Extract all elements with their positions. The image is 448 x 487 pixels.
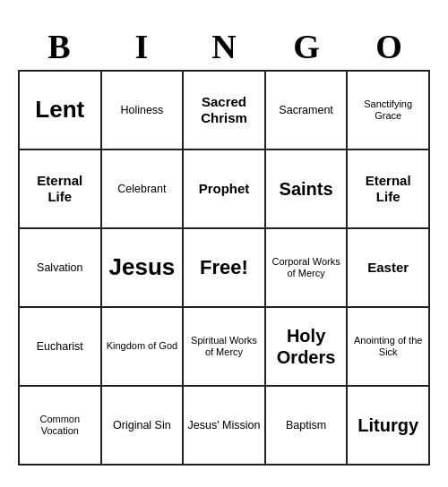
- cell-text-6: Celebrant: [117, 183, 166, 196]
- cell-text-3: Sacrament: [279, 104, 332, 117]
- bingo-cell-13: Corporal Works of Mercy: [266, 229, 349, 308]
- bingo-cell-21: Original Sin: [102, 387, 185, 466]
- bingo-cell-2: Sacred Chrism: [184, 72, 266, 150]
- bingo-cell-8: Saints: [266, 150, 349, 229]
- cell-text-18: Holy Orders: [270, 325, 343, 368]
- bingo-cell-24: Liturgy: [348, 387, 430, 466]
- cell-text-24: Liturgy: [358, 414, 418, 436]
- bingo-cell-6: Celebrant: [102, 150, 185, 229]
- cell-text-13: Corporal Works of Mercy: [270, 256, 343, 279]
- cell-text-5: Eternal Life: [23, 173, 97, 205]
- bingo-cell-20: Common Vocation: [20, 387, 102, 466]
- bingo-cell-0: Lent: [20, 72, 102, 150]
- bingo-cell-7: Prophet: [184, 150, 266, 229]
- cell-text-8: Saints: [280, 178, 333, 200]
- cell-text-0: Lent: [35, 96, 84, 124]
- bingo-cell-9: Eternal Life: [348, 150, 430, 229]
- bingo-cell-4: Sanctifying Grace: [348, 72, 430, 150]
- header-letter-i: I: [102, 27, 181, 66]
- cell-text-10: Salvation: [37, 261, 82, 275]
- cell-text-4: Sanctifying Grace: [351, 98, 425, 122]
- bingo-header: BINGO: [18, 21, 430, 70]
- bingo-cell-14: Easter: [348, 229, 430, 308]
- bingo-cell-5: Eternal Life: [20, 150, 102, 229]
- header-letter-g: G: [267, 27, 346, 66]
- bingo-cell-1: Holiness: [102, 72, 185, 150]
- cell-text-2: Sacred Chrism: [187, 94, 261, 126]
- cell-text-21: Original Sin: [113, 419, 171, 432]
- header-letter-n: N: [185, 27, 263, 66]
- bingo-cell-11: Jesus: [102, 229, 185, 308]
- cell-text-7: Prophet: [199, 181, 250, 197]
- bingo-cell-19: Anointing of the Sick: [348, 308, 430, 387]
- bingo-cell-22: Jesus' Mission: [184, 387, 266, 466]
- cell-text-20: Common Vocation: [23, 414, 97, 437]
- cell-text-17: Spiritual Works of Mercy: [187, 335, 261, 358]
- bingo-cell-18: Holy Orders: [266, 308, 349, 387]
- bingo-cell-15: Eucharist: [20, 308, 102, 387]
- bingo-grid: LentHolinessSacred ChrismSacramentSancti…: [18, 70, 430, 466]
- cell-text-19: Anointing of the Sick: [351, 335, 425, 358]
- cell-text-12: Free!: [200, 256, 248, 279]
- header-letter-o: O: [349, 27, 428, 66]
- bingo-card: BINGO LentHolinessSacred ChrismSacrament…: [18, 21, 430, 466]
- bingo-cell-16: Kingdom of God: [102, 308, 185, 387]
- header-letter-b: B: [20, 27, 99, 66]
- bingo-cell-3: Sacrament: [266, 72, 349, 150]
- cell-text-16: Kingdom of God: [107, 340, 178, 352]
- cell-text-15: Eucharist: [37, 340, 83, 354]
- bingo-cell-17: Spiritual Works of Mercy: [184, 308, 266, 387]
- bingo-cell-23: Baptism: [266, 387, 349, 466]
- bingo-cell-10: Salvation: [20, 229, 102, 308]
- cell-text-11: Jesus: [109, 253, 176, 281]
- cell-text-23: Baptism: [286, 419, 326, 432]
- cell-text-14: Easter: [367, 260, 409, 276]
- bingo-cell-12: Free!: [184, 229, 266, 308]
- cell-text-22: Jesus' Mission: [188, 419, 261, 432]
- cell-text-1: Holiness: [120, 104, 163, 117]
- cell-text-9: Eternal Life: [351, 173, 425, 205]
